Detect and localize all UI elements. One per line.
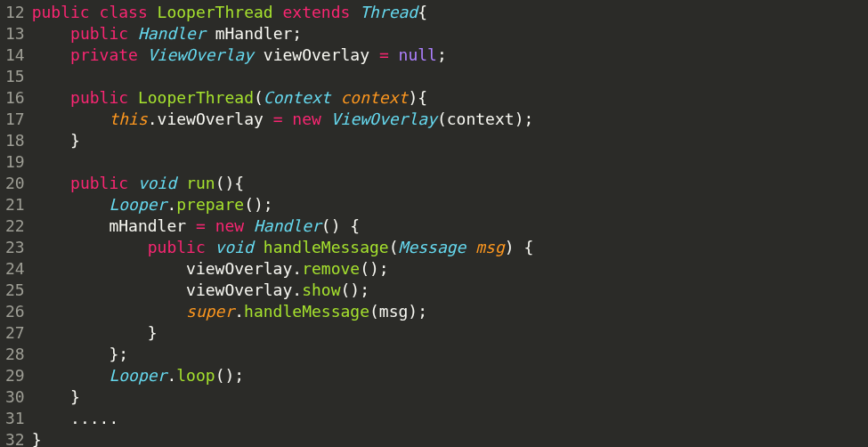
code-token: () { — [321, 216, 360, 235]
code-token: new — [215, 216, 245, 235]
code-token: Handler — [138, 24, 206, 43]
indent — [32, 195, 110, 214]
code-token: ) { — [505, 238, 534, 256]
code-token — [283, 110, 293, 128]
code-line[interactable]: ..... — [32, 408, 868, 429]
code-token: new — [292, 110, 321, 128]
indent — [32, 280, 186, 299]
code-token: (); — [360, 259, 389, 278]
code-line[interactable]: public void run(){ — [32, 173, 868, 194]
code-line[interactable]: } — [32, 386, 868, 408]
code-token — [206, 216, 215, 235]
code-token: Context — [264, 88, 331, 107]
indent — [32, 216, 110, 235]
code-token: prepare — [176, 195, 244, 214]
code-token — [206, 24, 215, 43]
code-token: viewOverlay — [158, 110, 264, 128]
line-number: 24 — [5, 258, 25, 280]
code-token: msg — [379, 302, 409, 321]
code-line[interactable]: public LooperThread(Context context){ — [32, 87, 868, 109]
code-token — [369, 45, 379, 64]
code-line[interactable]: } — [32, 130, 868, 151]
code-token: null — [399, 45, 437, 64]
code-editor[interactable]: 1213141516171819202122232425262728293031… — [0, 0, 868, 447]
code-token — [138, 45, 148, 64]
line-number: 27 — [5, 322, 25, 344]
code-token: class — [100, 3, 148, 21]
code-token: public — [32, 3, 90, 21]
line-number: 20 — [5, 173, 25, 194]
code-line[interactable]: Looper.prepare(); — [32, 194, 868, 215]
code-token: public — [70, 24, 128, 43]
line-number: 19 — [5, 151, 25, 173]
code-token — [273, 3, 283, 21]
line-number: 32 — [5, 429, 25, 447]
code-line[interactable]: public class LooperThread extends Thread… — [32, 2, 868, 23]
indent — [32, 110, 110, 128]
code-token: mHandler — [109, 216, 186, 235]
code-token: public — [148, 238, 206, 256]
indent — [32, 24, 70, 43]
code-token — [254, 238, 264, 256]
code-token: Looper — [109, 195, 166, 214]
code-token: = — [273, 110, 283, 128]
code-line[interactable]: }; — [32, 344, 868, 365]
indent — [32, 302, 186, 321]
code-token: }; — [109, 345, 128, 363]
code-token: LooperThread — [158, 3, 273, 21]
code-token — [128, 174, 138, 192]
code-line[interactable]: public Handler mHandler; — [32, 23, 868, 45]
code-token: extends — [282, 3, 350, 21]
indent — [32, 366, 110, 385]
code-token: ..... — [70, 409, 118, 427]
code-line[interactable] — [32, 151, 868, 173]
code-token: mHandler — [215, 24, 293, 43]
code-line[interactable] — [32, 66, 868, 87]
code-line[interactable]: private ViewOverlay viewOverlay = null; — [32, 45, 868, 66]
code-token — [254, 45, 264, 64]
code-token: LooperThread — [138, 88, 254, 107]
code-token: = — [379, 45, 389, 64]
code-token: } — [148, 323, 158, 342]
line-number: 29 — [5, 365, 25, 386]
code-token — [186, 216, 196, 235]
code-token — [128, 24, 138, 43]
code-token — [148, 3, 158, 21]
code-area[interactable]: public class LooperThread extends Thread… — [32, 2, 868, 447]
code-line[interactable]: super.handleMessage(msg); — [32, 301, 868, 322]
code-token: show — [302, 280, 340, 299]
code-line[interactable]: mHandler = new Handler() { — [32, 215, 868, 237]
code-token — [128, 88, 138, 107]
code-line[interactable]: } — [32, 429, 868, 447]
indent — [32, 238, 148, 256]
code-token — [90, 3, 100, 21]
code-token: public — [70, 88, 128, 107]
line-number: 21 — [5, 194, 25, 215]
line-number: 12 — [5, 2, 25, 23]
indent — [32, 131, 70, 150]
line-number: 26 — [5, 301, 25, 322]
code-line[interactable]: viewOverlay.remove(); — [32, 258, 868, 280]
code-token: { — [418, 3, 427, 21]
indent — [32, 88, 70, 107]
code-line[interactable]: public void handleMessage(Message msg) { — [32, 237, 868, 258]
code-token: Message — [399, 238, 466, 256]
line-number: 28 — [5, 344, 25, 365]
code-token: Thread — [360, 3, 418, 21]
code-token — [350, 3, 360, 21]
indent — [32, 174, 70, 192]
code-token: void — [215, 238, 254, 256]
code-token: ( — [437, 110, 447, 128]
code-token: Looper — [109, 366, 166, 385]
code-line[interactable]: Looper.loop(); — [32, 365, 868, 386]
code-line[interactable]: viewOverlay.show(); — [32, 280, 868, 301]
code-token: . — [234, 302, 244, 321]
line-number: 31 — [5, 408, 25, 429]
code-token: handleMessage — [244, 302, 369, 321]
code-token: viewOverlay — [186, 259, 292, 278]
code-line[interactable]: this.viewOverlay = new ViewOverlay(conte… — [32, 109, 868, 130]
code-line[interactable]: } — [32, 322, 868, 344]
code-token: Handler — [254, 216, 321, 235]
code-token: handleMessage — [264, 238, 389, 256]
code-token: } — [32, 430, 42, 447]
